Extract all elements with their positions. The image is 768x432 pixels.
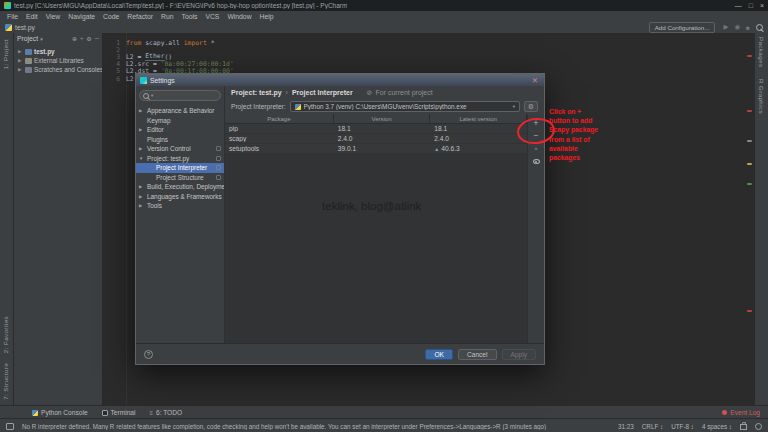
toolwindow-toggle-icon[interactable] bbox=[6, 423, 14, 430]
file-breadcrumb[interactable]: test.py bbox=[5, 24, 35, 31]
close-icon[interactable]: × bbox=[760, 0, 764, 11]
tool-stripe-7-structure[interactable]: 7: Structure bbox=[2, 363, 9, 400]
event-log-button[interactable]: Event Log bbox=[722, 409, 760, 416]
settings-content: Project: test.py › Project Interpreter ⊘… bbox=[225, 86, 544, 343]
settings-nav-appearance-behavior[interactable]: ▶Appearance & Behavior bbox=[136, 106, 224, 116]
minimize-icon[interactable]: — bbox=[735, 0, 742, 11]
python-interpreter-icon bbox=[295, 104, 301, 110]
settings-nav-project-structure[interactable]: Project Structure bbox=[136, 173, 224, 183]
stop-icon[interactable]: ■ bbox=[746, 24, 750, 31]
status-segment-31-23[interactable]: 31:23 bbox=[618, 423, 634, 430]
stripe-mark bbox=[747, 55, 752, 57]
menu-item-edit[interactable]: Edit bbox=[22, 13, 42, 20]
menu-item-window[interactable]: Window bbox=[223, 13, 255, 20]
tree-item-test-py[interactable]: ▶test.py bbox=[14, 47, 102, 56]
toolwindow-button-python-console[interactable]: Python Console bbox=[32, 409, 88, 416]
tree-item-label: test.py bbox=[34, 48, 55, 55]
tree-item-external-libraries[interactable]: ▶External Libraries bbox=[14, 56, 102, 65]
add-configuration-button[interactable]: Add Configuration... bbox=[649, 22, 716, 33]
status-segment-crlf[interactable]: CRLF ↕ bbox=[642, 423, 663, 430]
menu-item-run[interactable]: Run bbox=[157, 13, 177, 20]
settings-nav-editor[interactable]: ▶Editor bbox=[136, 125, 224, 135]
tool-stripe-2-favorites[interactable]: 2: Favorites bbox=[2, 316, 9, 353]
project-panel-toolbar: ⊕ ÷ ⚙ ─ bbox=[72, 35, 99, 42]
run-icon[interactable]: ▶ bbox=[723, 23, 728, 31]
package-row-scapy[interactable]: scapy2.4.02.4.0 bbox=[225, 134, 527, 144]
show-early-releases-icon[interactable] bbox=[533, 159, 540, 164]
menu-item-tools[interactable]: Tools bbox=[178, 13, 202, 20]
settings-nav-project-interpreter[interactable]: Project Interpreter bbox=[136, 163, 224, 173]
tool-stripe-1-project[interactable]: 1: Project bbox=[2, 39, 9, 69]
settings-nav-project-test-py[interactable]: ▼Project: test.py bbox=[136, 154, 224, 164]
hide-panel-icon[interactable]: ─ bbox=[95, 35, 99, 42]
scratches-icon bbox=[25, 67, 32, 73]
search-everywhere-icon[interactable] bbox=[756, 24, 763, 31]
cancel-button[interactable]: Cancel bbox=[458, 349, 497, 360]
help-button[interactable]: ? bbox=[144, 350, 153, 359]
status-segment-utf-8[interactable]: UTF-8 ↕ bbox=[671, 423, 694, 430]
settings-nav-label: Keymap bbox=[147, 117, 170, 124]
settings-search-input[interactable]: ▾ bbox=[139, 90, 221, 101]
tool-stripe-packages[interactable]: Packages bbox=[758, 37, 765, 67]
lock-icon[interactable] bbox=[740, 424, 747, 430]
apply-button[interactable]: Apply bbox=[502, 349, 537, 360]
project-scope-icon bbox=[216, 175, 221, 180]
status-message[interactable]: No R interpreter defined. Many R related… bbox=[22, 423, 610, 430]
settings-dialog-titlebar[interactable]: Settings ✕ bbox=[136, 74, 544, 86]
column-header-version[interactable]: Version bbox=[334, 114, 431, 123]
locate-file-icon[interactable]: ⊕ bbox=[72, 35, 77, 42]
chevron-right-icon: ▶ bbox=[139, 127, 142, 132]
package-row-setuptools[interactable]: setuptools39.0.1▲40.6.3 bbox=[225, 144, 527, 154]
ok-button[interactable]: OK bbox=[425, 349, 453, 360]
toolwindow-button-terminal[interactable]: Terminal bbox=[102, 409, 136, 416]
editor-error-stripe[interactable] bbox=[746, 33, 754, 405]
settings-nav-label: Editor bbox=[147, 126, 164, 133]
code-line[interactable]: 2 bbox=[103, 46, 746, 53]
stripe-mark bbox=[747, 140, 752, 142]
upgrade-package-button[interactable]: ▲ bbox=[533, 145, 538, 157]
dialog-close-icon[interactable]: ✕ bbox=[530, 76, 540, 85]
todo-icon bbox=[149, 410, 153, 416]
toolwindow-bar: Python ConsoleTerminal6: TODO Event Log bbox=[0, 405, 768, 419]
tool-stripe-r-graphics[interactable]: R Graphics bbox=[758, 79, 765, 114]
memory-indicator-icon[interactable] bbox=[755, 423, 762, 430]
package-row-pip[interactable]: pip18.118.1 bbox=[225, 124, 527, 134]
menu-item-file[interactable]: File bbox=[3, 13, 22, 20]
settings-nav-plugins[interactable]: Plugins bbox=[136, 135, 224, 145]
project-panel-header[interactable]: Project ▾ ⊕ ÷ ⚙ ─ bbox=[14, 33, 102, 44]
menu-item-help[interactable]: Help bbox=[256, 13, 278, 20]
column-header-package[interactable]: Package bbox=[225, 114, 334, 123]
maximize-icon[interactable]: □ bbox=[749, 0, 753, 11]
titlebar[interactable]: test.py [C:\Users\MGU\AppData\Local\Temp… bbox=[0, 0, 768, 11]
panel-settings-gear-icon[interactable]: ⚙ bbox=[86, 35, 91, 42]
column-header-latest-version[interactable]: Latest version bbox=[430, 114, 527, 123]
settings-nav-tools[interactable]: ▶Tools bbox=[136, 201, 224, 211]
project-panel: Project ▾ ⊕ ÷ ⚙ ─ ▶test.py▶External Libr… bbox=[14, 33, 103, 405]
settings-nav-version-control[interactable]: ▶Version Control bbox=[136, 144, 224, 154]
debug-icon[interactable]: ◉ bbox=[734, 23, 740, 31]
code-line[interactable]: 1from scapy.all import * bbox=[103, 39, 746, 46]
tree-item-scratches-and-consoles[interactable]: ▶Scratches and Consoles bbox=[14, 65, 102, 74]
window-title: test.py [C:\Users\MGU\AppData\Local\Temp… bbox=[14, 2, 347, 9]
menu-item-refactor[interactable]: Refactor bbox=[123, 13, 157, 20]
settings-nav-keymap[interactable]: Keymap bbox=[136, 116, 224, 126]
menubar: FileEditViewNavigateCodeRefactorRunTools… bbox=[0, 11, 768, 21]
breadcrumb-project[interactable]: Project: test.py bbox=[231, 89, 282, 96]
menu-item-view[interactable]: View bbox=[42, 13, 65, 20]
menu-item-code[interactable]: Code bbox=[99, 13, 123, 20]
packages-body: pip18.118.1scapy2.4.02.4.0setuptools39.0… bbox=[225, 124, 527, 154]
settings-nav-build-execution-deployment[interactable]: ▶Build, Execution, Deployment bbox=[136, 182, 224, 192]
project-scope-icon bbox=[216, 165, 221, 170]
interpreter-settings-button[interactable]: ⚙ bbox=[524, 101, 538, 112]
toolwindow-button-6-todo[interactable]: 6: TODO bbox=[149, 409, 182, 416]
latest-value: 40.6.3 bbox=[441, 145, 459, 152]
menu-item-navigate[interactable]: Navigate bbox=[64, 13, 99, 20]
settings-nav-label: Project Structure bbox=[156, 174, 204, 181]
collapse-all-icon[interactable]: ÷ bbox=[80, 35, 83, 42]
settings-nav-languages-frameworks[interactable]: ▶Languages & Frameworks bbox=[136, 192, 224, 202]
interpreter-select[interactable]: Python 3.7 (venv) C:\Users\MGU\venv\Scri… bbox=[290, 101, 520, 112]
search-icon bbox=[143, 93, 149, 99]
menu-item-vcs[interactable]: VCS bbox=[201, 13, 223, 20]
status-segment-4-spaces[interactable]: 4 spaces ↕ bbox=[702, 423, 732, 430]
chevron-down-icon: ▾ bbox=[151, 93, 153, 98]
